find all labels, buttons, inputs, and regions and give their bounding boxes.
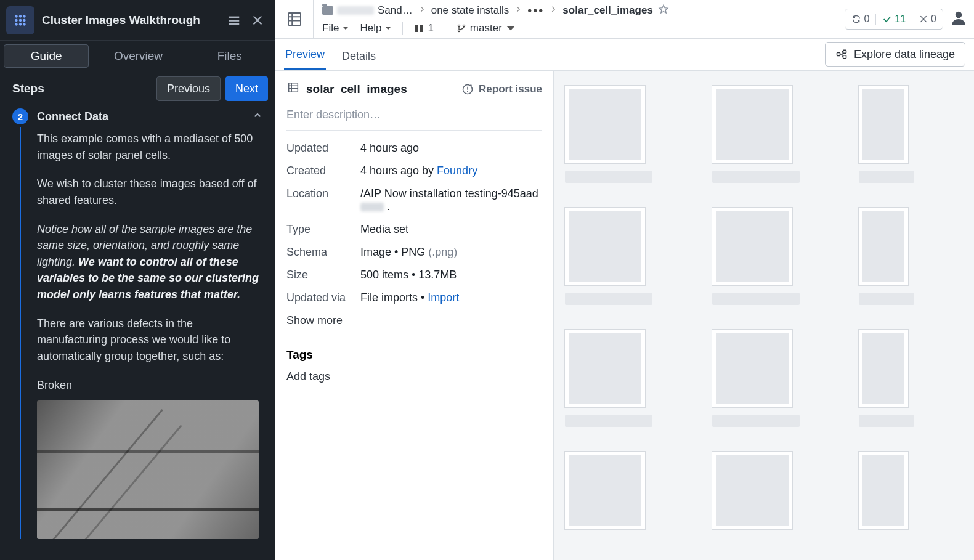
report-issue-label: Report issue <box>479 83 542 95</box>
thumbnail[interactable] <box>565 208 669 305</box>
svg-point-2 <box>23 15 25 17</box>
thumbnail[interactable] <box>859 208 963 305</box>
step-para: We wish to cluster these images based of… <box>37 176 263 208</box>
step-content: This example comes with a mediaset of 50… <box>12 131 263 539</box>
tab-details[interactable]: Details <box>341 43 377 70</box>
build-stats[interactable]: 0 11 0 <box>845 9 943 30</box>
crumb-root[interactable]: Sand… <box>322 4 413 17</box>
step-para: There are various defects in the manufac… <box>37 315 263 365</box>
svg-point-1 <box>19 15 22 17</box>
explore-lineage-label: Explore data lineage <box>854 48 955 61</box>
topbar: Sand… one state installs ••• solar_cell_… <box>275 0 974 39</box>
content-split: solar_cell_images Report issue Enter des… <box>275 71 974 560</box>
thumbnail-image <box>859 86 908 163</box>
svg-point-17 <box>463 25 465 26</box>
import-link[interactable]: Import <box>428 291 459 304</box>
thumbnail[interactable] <box>712 86 816 183</box>
kv-value: /AIP Now installation testing-945aad . <box>360 187 542 213</box>
description-input[interactable]: Enter description… <box>286 108 542 131</box>
help-menu[interactable]: Help <box>360 22 391 34</box>
topbar-main: Sand… one state installs ••• solar_cell_… <box>314 0 845 38</box>
close-icon[interactable] <box>246 9 269 32</box>
svg-rect-10 <box>229 20 240 22</box>
tags-header: Tags <box>286 348 542 362</box>
tab-preview[interactable]: Preview <box>284 41 326 70</box>
svg-point-3 <box>15 18 17 21</box>
kv-key: Updated via <box>286 291 360 304</box>
stat-ok-value: 11 <box>895 14 906 25</box>
next-button[interactable]: Next <box>225 76 268 101</box>
stat-fail: 0 <box>912 14 943 25</box>
crumb-blur <box>337 6 374 15</box>
thumbnail-caption <box>712 415 800 427</box>
chevron-up-icon <box>252 110 263 123</box>
sidebar-header: Cluster Images Walkthrough <box>0 0 275 41</box>
svg-rect-12 <box>288 13 301 25</box>
dataset-title-row: solar_cell_images Report issue <box>286 81 542 97</box>
step-title: Connect Data <box>37 110 243 123</box>
svg-rect-19 <box>837 53 840 56</box>
star-icon[interactable] <box>658 4 669 18</box>
breadcrumb: Sand… one state installs ••• solar_cell_… <box>322 1 838 20</box>
steps-bar: Steps Previous Next <box>0 71 275 106</box>
svg-rect-20 <box>843 50 846 53</box>
thumbnail-caption <box>565 171 652 183</box>
tab-guide[interactable]: Guide <box>4 44 89 68</box>
thumbnail-caption <box>565 293 652 305</box>
defect-label: Broken <box>37 377 263 394</box>
topbar-right: 0 11 0 <box>845 0 974 38</box>
column-count[interactable]: 1 <box>414 22 433 34</box>
kv-key: Schema <box>286 246 360 259</box>
thumbnail[interactable] <box>859 330 963 427</box>
thumbnail-caption <box>712 171 800 183</box>
chevron-right-icon <box>514 4 522 17</box>
stat-sync-value: 0 <box>864 14 869 25</box>
crumb-seg[interactable]: one state installs <box>431 4 509 17</box>
thumbnail[interactable] <box>859 452 963 529</box>
thumbnail[interactable] <box>859 86 963 183</box>
report-issue-button[interactable]: Report issue <box>461 83 542 95</box>
thumbnail-image <box>712 452 792 529</box>
tab-overview[interactable]: Overview <box>96 44 180 68</box>
thumbnail-image <box>859 452 908 529</box>
dataset-type-icon[interactable] <box>275 0 314 38</box>
svg-point-0 <box>15 15 17 17</box>
thumbnail[interactable] <box>712 208 816 305</box>
dataset-tabs: Preview Details Explore data lineage <box>275 39 974 71</box>
thumbnail[interactable] <box>712 330 816 427</box>
thumbnail[interactable] <box>712 452 816 529</box>
tab-files[interactable]: Files <box>188 44 272 68</box>
add-tags-link[interactable]: Add tags <box>286 370 330 383</box>
svg-point-4 <box>19 18 22 21</box>
crumb-current[interactable]: solar_cell_images <box>562 4 652 17</box>
crumb-overflow[interactable]: ••• <box>527 4 544 18</box>
step-para: This example comes with a mediaset of 50… <box>37 131 263 163</box>
svg-rect-9 <box>229 16 240 18</box>
svg-point-7 <box>19 23 22 25</box>
menu-icon[interactable] <box>222 9 246 32</box>
previous-button[interactable]: Previous <box>156 76 221 101</box>
thumbnail-image <box>565 330 645 407</box>
branch-select[interactable]: master <box>457 22 516 34</box>
show-more-link[interactable]: Show more <box>286 314 343 327</box>
kv-dim: (.png) <box>428 246 457 258</box>
thumbnail[interactable] <box>565 330 669 427</box>
step-header[interactable]: 2 Connect Data <box>12 106 263 131</box>
thumbnail-image <box>712 208 792 285</box>
svg-rect-14 <box>420 25 423 32</box>
thumbnail[interactable] <box>565 452 669 529</box>
account-icon[interactable] <box>949 9 968 30</box>
app-logo <box>6 6 34 34</box>
svg-point-8 <box>23 23 25 25</box>
svg-rect-21 <box>843 55 846 59</box>
thumbnail-caption <box>712 293 800 305</box>
file-menu[interactable]: File <box>322 22 349 34</box>
created-by-link[interactable]: Foundry <box>437 164 477 177</box>
dataset-name: solar_cell_images <box>306 83 407 96</box>
step-body: 2 Connect Data This example comes with a… <box>0 106 275 560</box>
thumbnail-caption <box>859 171 914 183</box>
explore-lineage-button[interactable]: Explore data lineage <box>825 42 965 67</box>
thumbnail-grid[interactable] <box>554 71 974 560</box>
svg-rect-22 <box>289 83 298 92</box>
thumbnail[interactable] <box>565 86 669 183</box>
